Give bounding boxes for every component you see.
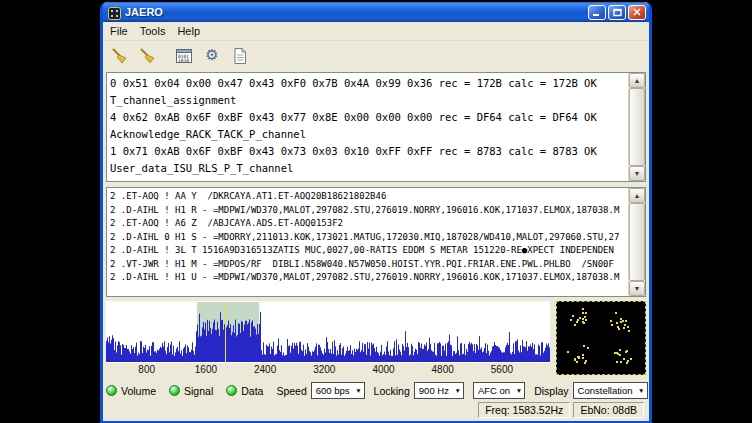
acars-log-line: 2 .D-AIHL ! 3L T 1516A9D316513ZATIS MUC,… xyxy=(110,244,625,258)
constellation-display xyxy=(556,301,646,375)
locking-label: Locking xyxy=(374,385,410,397)
scroll-up-button[interactable]: ▲ xyxy=(629,73,645,88)
maximize-button[interactable] xyxy=(608,5,626,20)
hex-log-line: 0 0x51 0x04 0x00 0x47 0x43 0xF0 0x7B 0x4… xyxy=(110,75,625,92)
speed-value: 600 bps xyxy=(316,385,350,396)
close-button[interactable] xyxy=(628,5,646,20)
speed-label: Speed xyxy=(276,385,306,397)
display-value: Constellation xyxy=(578,385,633,396)
app-icon xyxy=(108,6,121,19)
freq-status: Freq: 1583.52Hz xyxy=(478,402,570,418)
spectrum-tick-label: 4800 xyxy=(432,364,454,375)
hex-log-line: 4 0x62 0xAB 0x6F 0xBF 0x43 0x77 0x8E 0x0… xyxy=(110,109,625,126)
signal-label: Signal xyxy=(184,385,213,397)
maximize-icon xyxy=(613,8,622,17)
spectrum-tick-label: 800 xyxy=(138,364,155,375)
scroll-track[interactable] xyxy=(629,88,645,166)
close-icon xyxy=(633,8,641,16)
scroll-thumb[interactable] xyxy=(629,203,645,281)
spectrum-tick-label: 2400 xyxy=(254,364,276,375)
toolbar: 0101 1010 ⚙ xyxy=(103,41,649,70)
acars-log-lines: 2 .ET-AOQ ! AA Y /DKRCAYA.AT1.ET-AOQ20B1… xyxy=(107,188,628,296)
acars-log-pane[interactable]: 2 .ET-AOQ ! AA Y /DKRCAYA.AT1.ET-AOQ20B1… xyxy=(106,187,646,297)
volume-label: Volume xyxy=(121,385,156,397)
clear-first-log-button[interactable] xyxy=(106,43,132,68)
hex-log-pane[interactable]: 0 0x51 0x04 0x00 0x47 0x43 0xF0 0x7B 0x4… xyxy=(106,72,646,182)
data-led xyxy=(226,385,237,396)
window-title: JAERO xyxy=(125,2,586,22)
hex-log-scrollbar[interactable]: ▲ ▼ xyxy=(628,73,645,181)
spectrum-tick-label: 3200 xyxy=(313,364,335,375)
acars-log-line: 2 .D-AIHL ! H1 R - =MDPWI/WD370,MALOT,29… xyxy=(110,204,625,218)
spectrum-tick-label: 1600 xyxy=(195,364,217,375)
hex-log-line: 1 0x71 0xAB 0x6F 0xBF 0x43 0x73 0x03 0x1… xyxy=(110,143,625,160)
chevron-down-icon: ▼ xyxy=(516,388,522,395)
bits-display-button[interactable]: 0101 1010 xyxy=(171,43,197,68)
settings-gear-icon: ⚙ xyxy=(205,48,218,63)
scroll-down-button[interactable]: ▼ xyxy=(629,281,645,296)
menu-help[interactable]: Help xyxy=(171,23,206,39)
controls-row: Volume Signal Data Speed 600 bps ▼ Locki… xyxy=(106,381,646,400)
clear-second-log-brush-icon xyxy=(138,47,156,65)
acars-log-line: 2 .VT-JWR ! H1 M - =MDPOS/RF DIBLI.N58W0… xyxy=(110,258,625,272)
constellation-plot xyxy=(557,302,645,374)
menu-file[interactable]: File xyxy=(104,23,134,39)
status-bar: Freq: 1583.52Hz EbNo: 08dB xyxy=(103,400,649,421)
acars-log-line: 2 .D-AIHL 0 H1 S - =MDORRY,211013.KOK,17… xyxy=(110,231,625,245)
hex-log-lines: 0 0x51 0x04 0x00 0x47 0x43 0xF0 0x7B 0x4… xyxy=(107,73,628,181)
ebno-status: EbNo: 08dB xyxy=(573,402,644,418)
menu-tools[interactable]: Tools xyxy=(134,23,172,39)
hex-log-line: Acknowledge_RACK_TACK_P_channel xyxy=(110,126,625,143)
jaero-window: JAERO File Tools Help xyxy=(100,2,652,423)
scroll-down-button[interactable]: ▼ xyxy=(629,166,645,181)
volume-indicator: Volume xyxy=(106,385,156,397)
titlebar[interactable]: JAERO xyxy=(103,2,649,22)
main-content: 0 0x51 0x04 0x00 0x47 0x43 0xF0 0x7B 0x4… xyxy=(103,70,649,400)
menu-bar: File Tools Help xyxy=(103,22,649,41)
minimize-icon xyxy=(593,8,601,17)
scroll-track[interactable] xyxy=(629,203,645,281)
acars-log-line: 2 .D-AIHL ! H1 U - =MDPWI/WD370,MALOT,29… xyxy=(110,271,625,285)
svg-text:1010: 1010 xyxy=(178,57,189,62)
chevron-down-icon: ▼ xyxy=(355,388,361,395)
signal-led xyxy=(169,385,180,396)
data-indicator: Data xyxy=(226,385,263,397)
data-label: Data xyxy=(241,385,263,397)
display-combobox[interactable]: Constellation ▼ xyxy=(573,382,648,399)
spectrum-plot[interactable] xyxy=(106,301,550,363)
bits-display-icon: 0101 1010 xyxy=(175,47,193,65)
clear-second-log-button[interactable] xyxy=(134,43,160,68)
log-file-button[interactable] xyxy=(227,43,253,68)
speed-combobox[interactable]: 600 bps ▼ xyxy=(311,382,365,399)
clear-first-log-brush-icon xyxy=(110,47,128,65)
signal-indicator: Signal xyxy=(169,385,213,397)
acars-log-line: 2 .ET-AOQ ! A6 Z /ABJCAYA.ADS.ET-AOQ0153… xyxy=(110,217,625,231)
visualization-row: 800160024003200400048005600 xyxy=(106,301,646,377)
display-label: Display xyxy=(534,385,568,397)
acars-log-scrollbar[interactable]: ▲ ▼ xyxy=(628,188,645,296)
hex-log-line: T_channel_assignment xyxy=(110,92,625,109)
log-file-icon xyxy=(231,47,249,65)
locking-value: 900 Hz xyxy=(419,385,449,396)
settings-button[interactable]: ⚙ xyxy=(199,43,225,68)
locking-combobox[interactable]: 900 Hz ▼ xyxy=(414,382,464,399)
spectrum-tick-label: 5600 xyxy=(491,364,513,375)
scroll-thumb[interactable] xyxy=(629,88,645,166)
minimize-button[interactable] xyxy=(588,5,606,20)
afc-combobox[interactable]: AFC on ▼ xyxy=(473,382,525,399)
chevron-down-icon: ▼ xyxy=(454,388,460,395)
hex-log-line: User_data_ISU_RLS_P_T_channel xyxy=(110,160,625,177)
afc-value: AFC on xyxy=(478,385,510,396)
acars-log-line: 2 .ET-AOQ ! AA Y /DKRCAYA.AT1.ET-AOQ20B1… xyxy=(110,190,625,204)
spectrum-axis: 800160024003200400048005600 xyxy=(106,363,550,377)
scroll-up-button[interactable]: ▲ xyxy=(629,188,645,203)
volume-led xyxy=(106,385,117,396)
chevron-down-icon: ▼ xyxy=(638,388,644,395)
spectrum-display[interactable]: 800160024003200400048005600 xyxy=(106,301,550,377)
spectrum-tick-label: 4000 xyxy=(372,364,394,375)
